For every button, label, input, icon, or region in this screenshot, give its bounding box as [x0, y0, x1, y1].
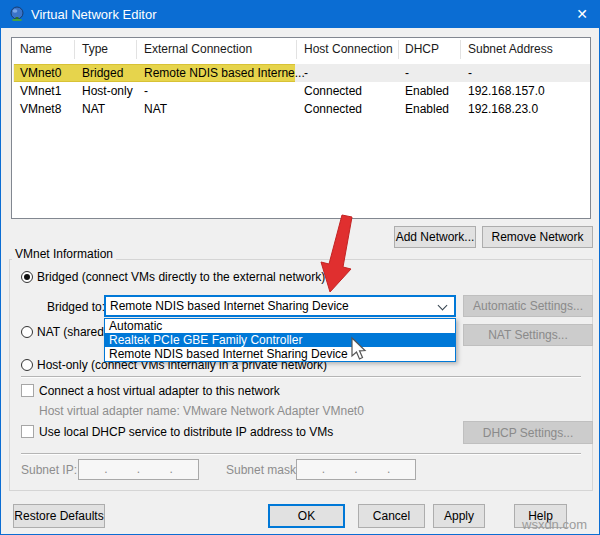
cell-subnet: 192.168.157.0: [468, 84, 545, 98]
cancel-button[interactable]: Cancel: [358, 504, 425, 528]
cell-dhcp: Enabled: [405, 84, 449, 98]
remove-network-button[interactable]: Remove Network: [482, 226, 593, 248]
cell-host: Connected: [304, 84, 362, 98]
nat-settings-button: NAT Settings...: [463, 324, 593, 346]
bridged-to-combobox[interactable]: Remote NDIS based Internet Sharing Devic…: [104, 295, 456, 317]
dropdown-item-automatic[interactable]: Automatic: [105, 319, 455, 333]
cell-name: VMnet1: [20, 84, 61, 98]
bridged-to-dropdown-list: Automatic Realtek PCIe GBE Family Contro…: [104, 318, 456, 362]
bridged-label: Bridged (connect VMs directly to the ext…: [37, 270, 325, 284]
subnet-mask-label: Subnet mask:: [226, 463, 299, 477]
connect-adapter-label: Connect a host virtual adapter to this n…: [39, 384, 280, 398]
table-row-vmnet1[interactable]: VMnet1 Host-only - Connected Enabled 192…: [13, 82, 590, 100]
dhcp-service-label: Use local DHCP service to distribute IP …: [39, 425, 333, 439]
header-divider: [460, 40, 461, 59]
apply-button[interactable]: Apply: [433, 504, 485, 528]
col-type[interactable]: Type: [82, 42, 108, 56]
cell-dhcp: Enabled: [405, 102, 449, 116]
bridged-to-label: Bridged to:: [47, 300, 105, 314]
virtual-network-editor-dialog: Virtual Network Editor ✕ Name Type Exter…: [0, 0, 600, 535]
cell-external: Remote NDIS based Interne...: [144, 66, 305, 80]
adapter-name-text: Host virtual adapter name: VMware Networ…: [39, 404, 364, 418]
header-divider: [74, 40, 75, 59]
col-subnet[interactable]: Subnet Address: [468, 42, 553, 56]
list-header: Name Type External Connection Host Conne…: [12, 38, 590, 61]
window-title: Virtual Network Editor: [31, 7, 156, 22]
separator: [21, 376, 581, 378]
col-dhcp[interactable]: DHCP: [405, 42, 439, 56]
col-name[interactable]: Name: [20, 42, 52, 56]
bridged-radio[interactable]: [21, 271, 33, 283]
chevron-down-icon: [438, 301, 448, 311]
header-divider: [136, 40, 137, 59]
cell-external: NAT: [144, 102, 167, 116]
dropdown-item-realtek[interactable]: Realtek PCIe GBE Family Controller: [105, 333, 455, 347]
title-bar: Virtual Network Editor ✕: [1, 1, 599, 28]
add-network-button[interactable]: Add Network...: [394, 226, 476, 248]
cell-dhcp: -: [405, 66, 409, 80]
dropdown-item-remote-ndis[interactable]: Remote NDIS based Internet Sharing Devic…: [105, 347, 455, 361]
dhcp-service-checkbox: [21, 425, 34, 438]
table-row-vmnet8[interactable]: VMnet8 NAT NAT Connected Enabled 192.168…: [13, 100, 590, 118]
separator: [21, 453, 581, 455]
close-icon[interactable]: ✕: [565, 1, 599, 28]
cell-name: VMnet0: [20, 66, 61, 80]
subnet-ip-label: Subnet IP:: [21, 463, 77, 477]
cell-type: Host-only: [82, 84, 133, 98]
subnet-ip-field: . . .: [78, 459, 199, 480]
combobox-value: Remote NDIS based Internet Sharing Devic…: [110, 299, 349, 313]
cell-external: -: [144, 84, 148, 98]
host-only-radio[interactable]: [21, 359, 33, 371]
col-host[interactable]: Host Connection: [304, 42, 393, 56]
cell-type: Bridged: [82, 66, 123, 80]
restore-defaults-button[interactable]: Restore Defaults: [13, 504, 105, 528]
watermark-text: wsxdn.com: [522, 517, 587, 532]
cell-type: NAT: [82, 102, 105, 116]
cell-host: -: [304, 66, 308, 80]
col-external[interactable]: External Connection: [144, 42, 252, 56]
nat-label: NAT (shared: [37, 325, 104, 339]
cell-host: Connected: [304, 102, 362, 116]
header-divider: [398, 40, 399, 59]
vmnet-information-group: [9, 259, 593, 491]
network-list: Name Type External Connection Host Conne…: [11, 37, 591, 219]
header-divider: [296, 40, 297, 59]
cell-subnet: 192.168.23.0: [468, 102, 538, 116]
dhcp-settings-button: DHCP Settings...: [463, 421, 593, 444]
nat-radio[interactable]: [21, 326, 33, 338]
app-icon: [9, 6, 25, 22]
connect-adapter-checkbox: [21, 384, 34, 397]
table-row-vmnet0[interactable]: VMnet0 Bridged Remote NDIS based Interne…: [13, 64, 590, 82]
subnet-mask-field: . . .: [296, 459, 416, 480]
cell-subnet: -: [468, 66, 472, 80]
automatic-settings-button: Automatic Settings...: [463, 295, 593, 317]
ok-button[interactable]: OK: [268, 504, 345, 528]
cell-name: VMnet8: [20, 102, 61, 116]
group-label: VMnet Information: [12, 247, 116, 261]
